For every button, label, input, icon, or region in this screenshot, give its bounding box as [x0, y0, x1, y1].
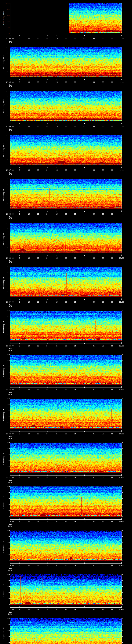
- x-tick-label: 50: [102, 389, 104, 391]
- x-axis-date: 27Jan2016: [8, 566, 12, 571]
- date-label-line: 2016: [8, 438, 12, 439]
- x-tick-label: 40: [84, 169, 86, 171]
- x-tick-label: 45: [93, 257, 95, 259]
- spectrogram-report: Frequency (Hz)0200400600800100021:04:005…: [0, 0, 132, 644]
- x-end-time-label: 8:00: [120, 169, 124, 171]
- x-end-time-label: 5:00: [120, 37, 124, 39]
- x-tick-label: 5: [19, 301, 20, 303]
- x-tick-label: 5: [19, 609, 20, 611]
- x-axis-date: 27Jan2016: [8, 435, 12, 439]
- x-tick-label: 25: [56, 169, 58, 171]
- spectrogram-panel: Frequency (Hz)0200400600800100021:04:005…: [0, 0, 132, 44]
- date-label-line: 2016: [8, 350, 12, 351]
- x-tick-label: 50: [102, 213, 104, 215]
- x-tick-label: 15: [37, 213, 39, 215]
- x-tick-label: 45: [93, 521, 95, 523]
- x-end-time-label: 14:00: [119, 433, 124, 435]
- x-tick-label: 50: [102, 125, 104, 127]
- x-tick-label: 10: [28, 389, 30, 391]
- x-tick-label: 15: [37, 521, 39, 523]
- x-tick-label: 20: [46, 169, 48, 171]
- x-tick-label: 45: [93, 565, 95, 567]
- x-axis-date: 27Jan2016: [8, 171, 12, 175]
- x-tick-label: 5: [19, 257, 20, 259]
- x-tick-label: 20: [46, 433, 48, 435]
- x-tick-label: 15: [37, 81, 39, 83]
- x-tick-label: 30: [65, 477, 67, 479]
- x-tick-label: 20: [46, 213, 48, 215]
- date-label-line: 2016: [8, 394, 12, 395]
- x-tick-label: 55: [111, 125, 113, 127]
- x-tick-label: 55: [111, 81, 113, 83]
- x-end-time-label: 6:00: [120, 81, 124, 83]
- x-tick-label: 45: [93, 301, 95, 303]
- x-tick-label: 15: [37, 345, 39, 347]
- x-tick-label: 20: [46, 81, 48, 83]
- x-tick-label: 30: [65, 521, 67, 523]
- x-tick-label: 25: [56, 477, 58, 479]
- x-tick-label: 5: [19, 81, 20, 83]
- x-tick-label: 15: [37, 301, 39, 303]
- date-label-line: 2016: [8, 174, 12, 175]
- x-tick-label: 20: [46, 257, 48, 259]
- x-tick-label: 55: [111, 345, 113, 347]
- x-tick-label: 25: [56, 433, 58, 435]
- x-tick-label: 25: [56, 37, 58, 39]
- x-axis-date: 27Jan2016: [8, 303, 12, 307]
- x-end-time-label: 15:00: [119, 477, 124, 479]
- x-tick-label: 30: [65, 565, 67, 567]
- x-tick-label: 35: [74, 257, 76, 259]
- x-tick-label: 25: [56, 609, 58, 611]
- x-tick-label: 35: [74, 521, 76, 523]
- x-tick-label: 5: [19, 433, 20, 435]
- x-tick-label: 35: [74, 565, 76, 567]
- x-axis-date: 27Jan2016: [8, 39, 12, 43]
- x-end-time-label: 17:00: [119, 565, 124, 567]
- x-tick-label: 55: [111, 609, 113, 611]
- x-tick-label: 40: [84, 609, 86, 611]
- x-tick-label: 40: [84, 301, 86, 303]
- x-tick-label: 35: [74, 301, 76, 303]
- x-tick-label: 5: [19, 169, 20, 171]
- x-tick-label: 45: [93, 609, 95, 611]
- x-end-time-label: 12:00: [119, 345, 124, 347]
- x-tick-label: 25: [56, 257, 58, 259]
- x-tick-label: 50: [102, 477, 104, 479]
- x-tick-label: 45: [93, 169, 95, 171]
- x-tick-label: 55: [111, 565, 113, 567]
- x-tick-label: 55: [111, 169, 113, 171]
- x-tick-label: 20: [46, 609, 48, 611]
- x-tick-label: 40: [84, 389, 86, 391]
- x-tick-label: 35: [74, 81, 76, 83]
- spectrogram-panel: Frequency (Hz)0200400600800100021:07:005…: [0, 132, 132, 176]
- x-tick-label: 5: [19, 477, 20, 479]
- x-tick-label: 50: [102, 565, 104, 567]
- x-tick-label: 40: [84, 81, 86, 83]
- x-tick-label: 40: [84, 213, 86, 215]
- x-end-time-label: 10:00: [119, 257, 124, 259]
- x-tick-label: 5: [19, 565, 20, 567]
- x-tick-label: 40: [84, 521, 86, 523]
- x-tick-label: 15: [37, 125, 39, 127]
- x-tick-label: 30: [65, 389, 67, 391]
- x-tick-label: 40: [84, 477, 86, 479]
- x-end-time-label: 9:00: [120, 213, 124, 215]
- x-tick-label: 45: [93, 37, 95, 39]
- x-tick-label: 35: [74, 477, 76, 479]
- x-tick-label: 20: [46, 37, 48, 39]
- x-tick-label: 5: [19, 521, 20, 523]
- x-tick-label: 30: [65, 169, 67, 171]
- x-axis-date: 27Jan2016: [8, 127, 12, 131]
- date-label-line: 2016: [8, 306, 12, 307]
- x-tick-label: 40: [84, 565, 86, 567]
- x-end-time-label: 11:00: [119, 301, 124, 303]
- x-end-time-label: 13:00: [119, 389, 124, 391]
- x-tick-label: 15: [37, 433, 39, 435]
- x-tick-label: 30: [65, 125, 67, 127]
- x-tick-label: 45: [93, 125, 95, 127]
- x-tick-label: 50: [102, 81, 104, 83]
- x-tick-label: 20: [46, 345, 48, 347]
- x-tick-label: 50: [102, 301, 104, 303]
- x-tick-label: 35: [74, 609, 76, 611]
- date-label-line: 2016: [8, 613, 12, 615]
